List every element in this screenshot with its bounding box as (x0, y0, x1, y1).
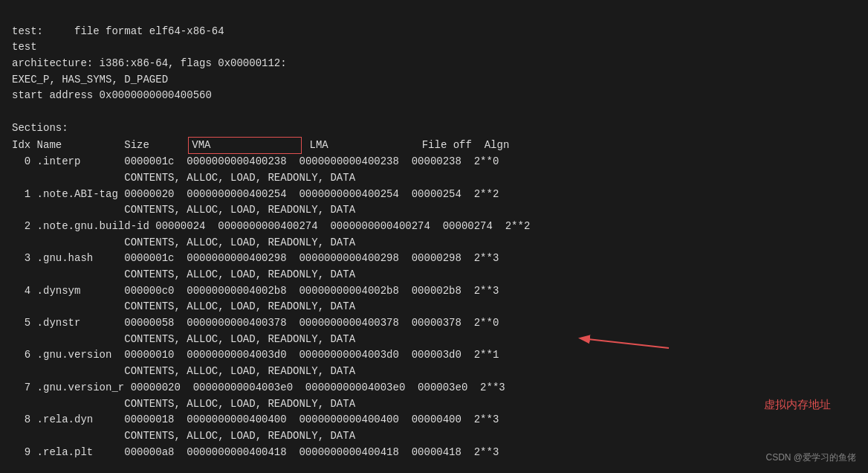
section-0-row: 0 .interp 0000001c 0000000000400238 0000… (12, 154, 856, 170)
annotation-text: 虚拟内存地址 (764, 398, 831, 412)
section-4-contents: CONTENTS, ALLOC, LOAD, READONLY, DATA (12, 299, 856, 315)
section-9-row: 9 .rela.plt 000000a8 0000000000400418 00… (12, 445, 856, 461)
section-8-contents: CONTENTS, ALLOC, LOAD, READONLY, DATA (12, 428, 856, 445)
section-1-contents: CONTENTS, ALLOC, LOAD, READONLY, DATA (12, 202, 856, 219)
section-7-row: 7 .gnu.version_r 00000020 00000000004003… (12, 380, 856, 396)
blank-line-2 (12, 104, 856, 120)
section-3-contents: CONTENTS, ALLOC, LOAD, READONLY, DATA (12, 267, 856, 283)
section-2-row: 2 .note.gnu.build-id 00000024 0000000000… (12, 219, 856, 235)
section-3-row: 3 .gnu.hash 0000001c 0000000000400298 00… (12, 251, 856, 267)
file-format-line: test: file format elf64-x86-64 (12, 24, 856, 40)
section-6-row: 6 .gnu.version 00000010 00000000004003d0… (12, 347, 856, 364)
vma-box: VMA (188, 137, 302, 155)
section-6-contents: CONTENTS, ALLOC, LOAD, READONLY, DATA (12, 364, 856, 380)
sections-label: Sections: (12, 120, 856, 137)
table-header-row: Idx Name Size VMA LMA File off Algn (12, 137, 856, 155)
section-5-contents: CONTENTS, ALLOC, LOAD, READONLY, DATA (12, 332, 856, 348)
section-2-contents: CONTENTS, ALLOC, LOAD, READONLY, DATA (12, 235, 856, 251)
section-4-row: 4 .dynsym 000000c0 00000000004002b8 0000… (12, 283, 856, 300)
csdn-watermark: CSDN @爱学习的鱼佬 (765, 451, 856, 464)
test-line: test (12, 39, 856, 56)
terminal-window: test: file format elf64-x86-64 test arch… (0, 0, 868, 473)
flags-line: EXEC_P, HAS_SYMS, D_PAGED (12, 72, 856, 89)
start-addr-line: start address 0x0000000000400560 (12, 88, 856, 104)
section-7-contents: CONTENTS, ALLOC, LOAD, READONLY, DATA (12, 396, 856, 413)
blank-line-1 (12, 7, 856, 24)
section-5-row: 5 .dynstr 00000058 0000000000400378 0000… (12, 315, 856, 332)
arch-line: architecture: i386:x86-64, flags 0x00000… (12, 56, 856, 72)
section-0-contents: CONTENTS, ALLOC, LOAD, READONLY, DATA (12, 170, 856, 187)
section-1-row: 1 .note.ABI-tag 00000020 000000000040025… (12, 187, 856, 203)
section-8-row: 8 .rela.dyn 00000018 0000000000400400 00… (12, 412, 856, 428)
